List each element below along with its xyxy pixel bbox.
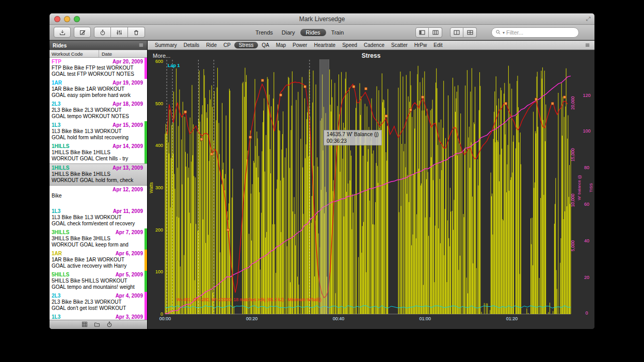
ride-item[interactable]: 3HILLSApr 7, 20093HILLS Bike Bike 3HILLS… <box>50 228 147 250</box>
view-tab-rides[interactable]: Rides <box>300 29 326 36</box>
sidebar-toggle-group <box>415 27 442 38</box>
chart-pane: SummaryDetailsRideCPStressQAMapPowerHear… <box>148 41 594 329</box>
ride-description-line: WORKOUT GOAL Clent hills - try <box>52 156 143 162</box>
ride-item[interactable]: FTPApr 20, 2009FTP Bike Bike FTP test WO… <box>50 58 147 79</box>
ride-list: FTPApr 20, 2009FTP Bike Bike FTP test WO… <box>50 58 147 320</box>
edit-button[interactable] <box>74 27 91 38</box>
ride-item[interactable]: 1L3Apr 15, 20091L3 Bike Bike 1L3 WORKOUT… <box>50 121 147 142</box>
match-marker <box>227 228 229 231</box>
chart-tab-power[interactable]: Power <box>289 42 310 48</box>
wbal-tick-label: 15,000 <box>570 148 575 161</box>
ride-item[interactable]: 1HILLSApr 14, 20091HILLS Bike Bike 1HILL… <box>50 142 147 163</box>
time-tick-label: 00:20 <box>246 316 258 321</box>
titlebar[interactable]: Mark Liversedge ⤢ <box>50 13 594 25</box>
panel-columns-icon <box>432 29 439 36</box>
chart-tab-speed[interactable]: Speed <box>339 42 360 48</box>
ride-date: Apr 12, 2009 <box>112 186 143 193</box>
chart-tab-heartrate[interactable]: Heartrate <box>311 42 339 48</box>
ride-date: Apr 3, 2009 <box>116 314 143 320</box>
wbal-tick-label: 20,000 <box>570 96 575 110</box>
ride-item[interactable]: 1L3Apr 11, 20091L3 Bike Bike 1L3 WORKOUT… <box>50 207 147 228</box>
layout-grid-icon <box>467 29 473 36</box>
download-button[interactable] <box>54 27 71 38</box>
ride-item[interactable]: 2L3Apr 4, 20092L3 Bike Bike 2L3 WORKOUTG… <box>50 292 147 313</box>
ride-workout-code: 1L3 <box>52 122 60 128</box>
ride-description-line: GOAL tempo and mountains! weight <box>52 284 143 290</box>
ride-workout-code: 3HILLS <box>52 229 69 236</box>
filter-input[interactable]: ▾ Filter... <box>491 27 579 38</box>
ride-date: Apr 15, 2009 <box>112 122 143 128</box>
fullscreen-icon[interactable]: ⤢ <box>586 15 590 22</box>
chart-tab-ride[interactable]: Ride <box>203 42 220 48</box>
chart-tab-stress[interactable]: Stress <box>234 42 258 48</box>
trash-icon <box>133 29 139 36</box>
ride-workout-code: 1AR <box>52 79 62 86</box>
stress-plot[interactable]: 6005004003002001000Watts00:0000:2000:400… <box>148 50 594 329</box>
minimize-button[interactable] <box>64 16 70 22</box>
layout-grid-toggle[interactable] <box>463 27 477 38</box>
stopwatch-footer-button[interactable] <box>106 320 112 330</box>
chart-tab-details[interactable]: Details <box>181 42 203 48</box>
hamburger-icon[interactable] <box>138 42 144 49</box>
match-marker <box>352 86 355 88</box>
tiss-tick-label: 0 <box>585 310 588 316</box>
tiss-tick-label: 20 <box>584 275 589 280</box>
tooltip-value: 14635.7 W' Balance (j) <box>327 131 379 138</box>
ride-date: Apr 5, 2009 <box>116 271 143 278</box>
ride-description-line: 1L3 Bike Bike 1L3 WORKOUT <box>52 215 143 221</box>
search-icon <box>495 29 501 35</box>
stress-chart[interactable]: More... Stress 6005004003002001000Watts0… <box>148 50 594 329</box>
match-marker <box>422 96 424 98</box>
ride-date: Apr 6, 2009 <box>116 250 143 257</box>
grid-footer-button[interactable] <box>82 320 88 330</box>
match-marker <box>261 79 264 81</box>
folder-footer-button[interactable] <box>94 320 100 330</box>
chart-menu-icon[interactable] <box>585 41 590 50</box>
match-marker <box>505 102 507 105</box>
chart-tab-map[interactable]: Map <box>273 42 289 48</box>
ride-item[interactable]: 1ARApr 6, 20091AR Bike Bike 1AR WORKOUTG… <box>50 250 147 271</box>
chart-tab-qa[interactable]: QA <box>259 42 272 48</box>
chart-tab-edit[interactable]: Edit <box>430 42 445 48</box>
stopwatch-icon <box>100 29 106 36</box>
column-workout-code[interactable]: Workout Code <box>50 50 99 57</box>
chart-tab-summary[interactable]: Summary <box>152 42 180 48</box>
ride-description-line: GOAL active recovery with Harry <box>52 263 143 269</box>
ride-item[interactable]: 1L3Apr 3, 2009 <box>50 313 147 320</box>
panel-left-toggle[interactable] <box>415 27 429 38</box>
view-tab-train[interactable]: Train <box>328 29 348 36</box>
chart-tab-cadence[interactable]: Cadence <box>361 42 388 48</box>
ride-item[interactable]: 5HILLSApr 5, 20095HILLS Bike 5HILLS WORK… <box>50 271 147 292</box>
wbal-annotation: W=481, CP=280, W'=23000, 18 matches >2kj… <box>176 297 321 302</box>
column-date[interactable]: Date <box>99 51 112 57</box>
intervals-icon <box>116 29 122 36</box>
window-title: Mark Liversedge <box>50 13 594 25</box>
ride-color-strip <box>144 58 147 79</box>
ride-item[interactable]: 1HILLSApr 13, 20091HILLS Bike Bike 1HILL… <box>50 163 147 186</box>
trash-button[interactable] <box>128 27 145 38</box>
panel-columns-toggle[interactable] <box>429 27 442 38</box>
app-window: Mark Liversedge ⤢ TrendsDiaryRidesTrain … <box>50 13 594 329</box>
layout-columns-toggle[interactable] <box>450 27 463 38</box>
close-button[interactable] <box>54 16 60 22</box>
ride-item[interactable]: 2L3Apr 18, 20092L3 Bike Bike 2L3 WORKOUT… <box>50 100 147 121</box>
chart-tab-cp[interactable]: CP <box>220 42 234 48</box>
intervals-button[interactable] <box>111 27 128 38</box>
wbal-tick-label: 5,000 <box>570 240 575 252</box>
chart-tab-hrpw[interactable]: HrPw <box>411 42 430 48</box>
chart-tab-scatter[interactable]: Scatter <box>388 42 411 48</box>
tiss-tick-label: 40 <box>584 238 589 243</box>
tiss-tick-label: 100 <box>583 128 590 134</box>
match-marker <box>304 86 307 88</box>
selection-band <box>319 59 329 314</box>
zoom-button[interactable] <box>74 16 80 22</box>
ride-date: Apr 18, 2009 <box>112 101 143 107</box>
match-marker <box>249 136 252 139</box>
layout-toggle-group <box>450 27 477 38</box>
ride-item[interactable]: 1ARApr 19, 20091AR Bike Bike 1AR WORKOUT… <box>50 79 147 100</box>
view-tab-diary[interactable]: Diary <box>278 29 299 36</box>
ride-item[interactable]: Apr 12, 2009Bike <box>50 186 147 207</box>
ride-color-strip <box>144 250 147 271</box>
view-tab-trends[interactable]: Trends <box>252 29 277 36</box>
stopwatch-button[interactable] <box>94 27 111 38</box>
